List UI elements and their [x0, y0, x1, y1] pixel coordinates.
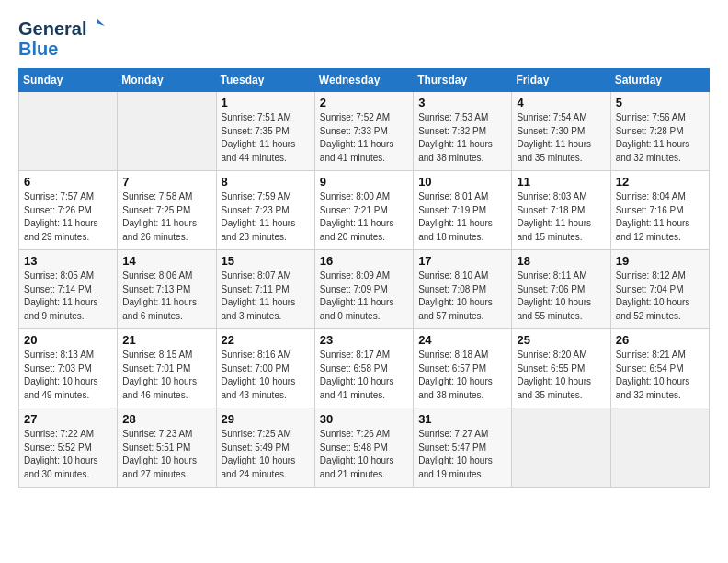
day-detail: Sunrise: 8:06 AM Sunset: 7:13 PM Dayligh…: [122, 270, 210, 323]
calendar-cell: 2Sunrise: 7:52 AM Sunset: 7:33 PM Daylig…: [314, 92, 413, 171]
day-number: 12: [616, 175, 704, 189]
calendar-cell: 11Sunrise: 8:03 AM Sunset: 7:18 PM Dayli…: [512, 171, 610, 250]
day-number: 4: [517, 96, 605, 109]
calendar-table: SundayMondayTuesdayWednesdayThursdayFrid…: [18, 68, 710, 488]
day-number: 26: [616, 333, 704, 347]
day-number: 31: [418, 412, 506, 426]
day-number: 15: [222, 254, 310, 268]
calendar-cell: 28Sunrise: 7:23 AM Sunset: 5:51 PM Dayli…: [118, 408, 216, 488]
day-detail: Sunrise: 7:52 AM Sunset: 7:33 PM Dayligh…: [320, 111, 408, 165]
day-detail: Sunrise: 7:56 AM Sunset: 7:28 PM Dayligh…: [616, 111, 704, 165]
day-number: 17: [418, 254, 506, 268]
calendar-cell: 15Sunrise: 8:07 AM Sunset: 7:11 PM Dayli…: [216, 250, 314, 329]
calendar-cell: 9Sunrise: 8:00 AM Sunset: 7:21 PM Daylig…: [314, 171, 413, 250]
day-detail: Sunrise: 7:58 AM Sunset: 7:25 PM Dayligh…: [122, 190, 210, 244]
calendar-cell: 12Sunrise: 8:04 AM Sunset: 7:16 PM Dayli…: [610, 171, 709, 250]
day-of-week-sunday: Sunday: [19, 69, 118, 92]
calendar-cell: 4Sunrise: 7:54 AM Sunset: 7:30 PM Daylig…: [512, 92, 610, 171]
calendar-container: General Blue SundayMondayTuesdayWednesda…: [0, 0, 728, 502]
day-number: 29: [222, 412, 310, 426]
day-number: 13: [24, 254, 112, 268]
calendar-cell: 14Sunrise: 8:06 AM Sunset: 7:13 PM Dayli…: [118, 250, 216, 329]
day-number: 9: [320, 175, 408, 189]
calendar-cell: [118, 92, 216, 171]
day-number: 7: [122, 175, 210, 189]
day-number: 5: [616, 96, 704, 109]
day-detail: Sunrise: 8:00 AM Sunset: 7:21 PM Dayligh…: [320, 190, 408, 244]
calendar-cell: 25Sunrise: 8:20 AM Sunset: 6:55 PM Dayli…: [512, 329, 610, 408]
calendar-cell: 23Sunrise: 8:17 AM Sunset: 6:58 PM Dayli…: [314, 329, 413, 408]
calendar-cell: 13Sunrise: 8:05 AM Sunset: 7:14 PM Dayli…: [19, 250, 118, 329]
day-detail: Sunrise: 8:11 AM Sunset: 7:06 PM Dayligh…: [517, 270, 605, 323]
calendar-cell: 27Sunrise: 7:22 AM Sunset: 5:52 PM Dayli…: [19, 408, 118, 488]
day-detail: Sunrise: 8:10 AM Sunset: 7:08 PM Dayligh…: [418, 270, 506, 323]
calendar-cell: 20Sunrise: 8:13 AM Sunset: 7:03 PM Dayli…: [19, 329, 118, 408]
day-detail: Sunrise: 8:03 AM Sunset: 7:18 PM Dayligh…: [517, 190, 605, 244]
week-row-2: 6Sunrise: 7:57 AM Sunset: 7:26 PM Daylig…: [19, 171, 710, 250]
day-detail: Sunrise: 8:09 AM Sunset: 7:09 PM Dayligh…: [320, 270, 408, 323]
day-detail: Sunrise: 7:54 AM Sunset: 7:30 PM Dayligh…: [517, 111, 605, 165]
day-detail: Sunrise: 7:57 AM Sunset: 7:26 PM Dayligh…: [24, 190, 112, 244]
calendar-cell: 7Sunrise: 7:58 AM Sunset: 7:25 PM Daylig…: [118, 171, 216, 250]
day-number: 27: [24, 412, 112, 426]
day-number: 8: [222, 175, 310, 189]
day-detail: Sunrise: 7:27 AM Sunset: 5:47 PM Dayligh…: [418, 428, 506, 481]
day-number: 3: [418, 96, 506, 109]
day-number: 25: [517, 333, 605, 347]
days-of-week-row: SundayMondayTuesdayWednesdayThursdayFrid…: [19, 69, 710, 92]
calendar-cell: 8Sunrise: 7:59 AM Sunset: 7:23 PM Daylig…: [216, 171, 314, 250]
calendar-cell: 19Sunrise: 8:12 AM Sunset: 7:04 PM Dayli…: [610, 250, 709, 329]
day-number: 30: [320, 412, 408, 426]
logo-wordmark: General Blue: [18, 18, 105, 59]
day-detail: Sunrise: 7:22 AM Sunset: 5:52 PM Dayligh…: [24, 428, 112, 481]
day-of-week-tuesday: Tuesday: [216, 69, 314, 92]
calendar-cell: 21Sunrise: 8:15 AM Sunset: 7:01 PM Dayli…: [118, 329, 216, 408]
calendar-cell: 22Sunrise: 8:16 AM Sunset: 7:00 PM Dayli…: [216, 329, 314, 408]
day-detail: Sunrise: 8:12 AM Sunset: 7:04 PM Dayligh…: [616, 270, 704, 323]
week-row-4: 20Sunrise: 8:13 AM Sunset: 7:03 PM Dayli…: [19, 329, 710, 408]
day-detail: Sunrise: 8:18 AM Sunset: 6:57 PM Dayligh…: [418, 349, 506, 402]
day-detail: Sunrise: 8:17 AM Sunset: 6:58 PM Dayligh…: [320, 349, 408, 402]
day-detail: Sunrise: 8:01 AM Sunset: 7:19 PM Dayligh…: [418, 190, 506, 244]
day-detail: Sunrise: 7:59 AM Sunset: 7:23 PM Dayligh…: [222, 190, 310, 244]
day-detail: Sunrise: 8:16 AM Sunset: 7:00 PM Dayligh…: [222, 349, 310, 402]
week-row-1: 1Sunrise: 7:51 AM Sunset: 7:35 PM Daylig…: [19, 92, 710, 171]
calendar-cell: [610, 408, 709, 488]
calendar-cell: 18Sunrise: 8:11 AM Sunset: 7:06 PM Dayli…: [512, 250, 610, 329]
day-detail: Sunrise: 8:07 AM Sunset: 7:11 PM Dayligh…: [222, 270, 310, 323]
calendar-cell: 24Sunrise: 8:18 AM Sunset: 6:57 PM Dayli…: [414, 329, 512, 408]
day-number: 23: [320, 333, 408, 347]
day-of-week-monday: Monday: [118, 69, 216, 92]
day-number: 11: [517, 175, 605, 189]
calendar-cell: 29Sunrise: 7:25 AM Sunset: 5:49 PM Dayli…: [216, 408, 314, 488]
day-of-week-wednesday: Wednesday: [314, 69, 413, 92]
calendar-cell: 6Sunrise: 7:57 AM Sunset: 7:26 PM Daylig…: [19, 171, 118, 250]
day-number: 22: [222, 333, 310, 347]
calendar-cell: 3Sunrise: 7:53 AM Sunset: 7:32 PM Daylig…: [414, 92, 512, 171]
day-number: 18: [517, 254, 605, 268]
day-number: 19: [616, 254, 704, 268]
day-of-week-friday: Friday: [512, 69, 610, 92]
week-row-3: 13Sunrise: 8:05 AM Sunset: 7:14 PM Dayli…: [19, 250, 710, 329]
logo-general: General: [18, 18, 86, 39]
calendar-cell: 31Sunrise: 7:27 AM Sunset: 5:47 PM Dayli…: [414, 408, 512, 488]
day-detail: Sunrise: 7:53 AM Sunset: 7:32 PM Dayligh…: [418, 111, 506, 165]
day-detail: Sunrise: 7:51 AM Sunset: 7:35 PM Dayligh…: [222, 111, 310, 165]
day-number: 6: [24, 175, 112, 189]
day-number: 14: [122, 254, 210, 268]
day-of-week-thursday: Thursday: [414, 69, 512, 92]
day-number: 1: [222, 96, 310, 109]
day-number: 24: [418, 333, 506, 347]
calendar-cell: 17Sunrise: 8:10 AM Sunset: 7:08 PM Dayli…: [414, 250, 512, 329]
calendar-cell: 5Sunrise: 7:56 AM Sunset: 7:28 PM Daylig…: [610, 92, 709, 171]
svg-marker-0: [97, 18, 105, 26]
day-number: 2: [320, 96, 408, 109]
calendar-body: 1Sunrise: 7:51 AM Sunset: 7:35 PM Daylig…: [19, 92, 710, 488]
day-number: 20: [24, 333, 112, 347]
logo: General Blue: [18, 18, 105, 59]
day-detail: Sunrise: 8:21 AM Sunset: 6:54 PM Dayligh…: [616, 349, 704, 402]
day-detail: Sunrise: 8:13 AM Sunset: 7:03 PM Dayligh…: [24, 349, 112, 402]
day-detail: Sunrise: 8:04 AM Sunset: 7:16 PM Dayligh…: [616, 190, 704, 244]
day-number: 28: [122, 412, 210, 426]
day-number: 10: [418, 175, 506, 189]
